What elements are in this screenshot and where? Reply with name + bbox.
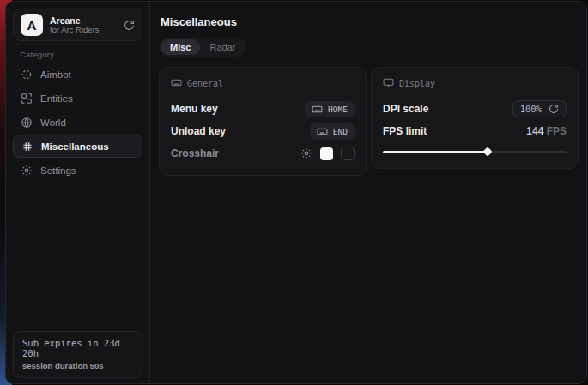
crosshair-color-swatch[interactable] xyxy=(320,147,333,160)
category-label: Category xyxy=(20,50,149,59)
grid-icon xyxy=(21,141,33,153)
fps-slider-fill xyxy=(383,151,488,153)
overlay-window: A Arcane for Arc Riders Category Aimbot xyxy=(5,1,587,384)
sidebar-item-settings[interactable]: Settings xyxy=(13,159,142,182)
monitor-icon xyxy=(383,77,394,90)
session-duration-text: session duration 50s xyxy=(22,361,133,370)
crosshair-row: Crosshair xyxy=(171,143,355,164)
sub-expiry-text: Sub expires in 23d 20h xyxy=(22,338,133,358)
app-subtitle: for Arc Riders xyxy=(50,26,117,35)
dpi-scale-value: 100% xyxy=(520,104,542,114)
menu-keybind-button[interactable]: HOME xyxy=(305,101,355,117)
page-title: Miscellaneous xyxy=(161,15,579,28)
sync-icon[interactable] xyxy=(124,20,135,31)
unload-key-label: Unload key xyxy=(171,125,226,137)
gear-icon xyxy=(21,165,33,177)
sidebar-item-label: Entities xyxy=(40,93,73,104)
display-card: Display DPI scale 100% FPS limit xyxy=(371,67,579,169)
sidebar-item-miscellaneous[interactable]: Miscellaneous xyxy=(13,135,142,158)
app-name: Arcane xyxy=(50,15,117,26)
crosshair-label: Crosshair xyxy=(171,147,219,159)
sidebar-item-entities[interactable]: Entities xyxy=(13,87,142,110)
reset-icon[interactable] xyxy=(549,104,559,114)
main-panel: Miscellaneous Misc Radar General Menu ke… xyxy=(150,2,587,383)
dpi-scale-row: DPI scale 100% xyxy=(383,99,567,119)
unload-keybind-button[interactable]: END xyxy=(310,123,355,140)
display-card-title: Display xyxy=(399,79,435,88)
subscription-info: Sub expires in 23d 20h session duration … xyxy=(13,331,142,378)
fps-limit-row: FPS limit 144 FPS xyxy=(383,121,567,141)
keyboard-icon xyxy=(312,104,323,115)
sidebar-item-aimbot[interactable]: Aimbot xyxy=(13,63,142,86)
keyboard-icon xyxy=(317,126,328,137)
sidebar-item-world[interactable]: World xyxy=(13,111,142,134)
dpi-scale-label: DPI scale xyxy=(383,103,428,115)
entities-icon xyxy=(21,93,33,105)
menu-key-label: Menu key xyxy=(171,103,218,115)
fps-limit-value: 144 xyxy=(526,125,543,137)
sidebar-item-label: Settings xyxy=(40,165,76,176)
globe-icon xyxy=(21,117,33,129)
tab-bar: Misc Radar xyxy=(159,38,246,57)
tab-radar[interactable]: Radar xyxy=(200,39,245,55)
crosshair-icon xyxy=(21,69,33,81)
unload-key-row: Unload key END xyxy=(171,121,355,141)
sidebar: A Arcane for Arc Riders Category Aimbot xyxy=(6,2,150,383)
app-logo: A xyxy=(21,14,43,36)
fps-limit-unit: FPS xyxy=(543,125,567,137)
fps-limit-label: FPS limit xyxy=(383,125,427,137)
fps-slider-thumb[interactable] xyxy=(482,147,492,156)
keyboard-icon xyxy=(171,77,182,90)
sidebar-nav: Aimbot Entities World xyxy=(6,63,149,182)
sidebar-item-label: World xyxy=(40,117,66,128)
sidebar-item-label: Miscellaneous xyxy=(41,141,109,152)
general-card-title: General xyxy=(187,79,223,88)
dpi-scale-control[interactable]: 100% xyxy=(512,100,567,117)
brand-card: A Arcane for Arc Riders xyxy=(13,9,142,41)
tab-misc[interactable]: Misc xyxy=(161,39,200,55)
menu-key-row: Menu key HOME xyxy=(171,99,355,119)
fps-limit-slider[interactable] xyxy=(383,147,567,157)
sidebar-item-label: Aimbot xyxy=(40,69,71,80)
general-card: General Menu key HOME Unload key xyxy=(159,67,367,176)
crosshair-checkbox[interactable] xyxy=(341,147,355,160)
crosshair-settings-gear-icon[interactable] xyxy=(300,147,312,159)
